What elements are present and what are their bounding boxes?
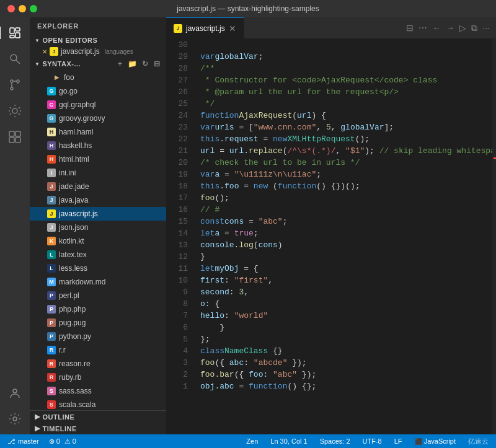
code-editor[interactable]: var globalVar; /** * Constructor for <co… bbox=[194, 39, 492, 434]
tab-close-button[interactable]: ✕ bbox=[229, 24, 236, 33]
line-num: 14 bbox=[166, 227, 188, 239]
file-item[interactable]: J json.json bbox=[30, 221, 166, 234]
file-item[interactable]: M markdown.md bbox=[30, 275, 166, 289]
file-item-active[interactable]: J javascript.js bbox=[30, 207, 166, 221]
code-line: hello: "world" bbox=[200, 310, 492, 322]
file-icon-haskell: H bbox=[47, 141, 56, 150]
more-tabs-icon[interactable]: ··· bbox=[481, 22, 491, 34]
split-editor-icon[interactable]: ⊟ bbox=[405, 22, 415, 34]
file-icon-js: J bbox=[50, 47, 58, 56]
line-num: 24 bbox=[166, 110, 188, 121]
indentation[interactable]: Spaces: 2 bbox=[317, 437, 353, 445]
activity-git[interactable] bbox=[4, 74, 25, 95]
file-list: G go.go G gql.graphql G groovy.groovy H … bbox=[30, 84, 166, 410]
file-name: pug.pug bbox=[59, 318, 86, 327]
line-ending[interactable]: LF bbox=[392, 437, 405, 445]
new-file-icon[interactable]: + bbox=[117, 59, 124, 69]
file-item[interactable]: H haml.haml bbox=[30, 125, 166, 139]
file-item[interactable]: P php.php bbox=[30, 302, 166, 316]
file-item[interactable]: P perl.pl bbox=[30, 289, 166, 302]
activity-debug[interactable] bbox=[4, 100, 25, 121]
file-item[interactable]: H haskell.hs bbox=[30, 139, 166, 152]
timeline-section[interactable]: ▶ TIMELINE bbox=[30, 423, 166, 434]
file-item[interactable]: L latex.tex bbox=[30, 248, 166, 261]
folder-actions: + 📁 ↻ ⊟ bbox=[117, 59, 161, 69]
activity-settings[interactable] bbox=[4, 408, 25, 429]
activity-explorer[interactable] bbox=[4, 22, 25, 43]
more-actions-icon[interactable]: ⋯ bbox=[417, 22, 428, 34]
split-right-icon[interactable]: ⧉ bbox=[470, 22, 479, 35]
file-icon-jade: J bbox=[47, 182, 56, 191]
activity-search[interactable] bbox=[4, 48, 25, 69]
toggle-panel-icon[interactable]: ▷ bbox=[458, 22, 467, 34]
editor-content[interactable]: 30 29 28 27 26 25 24 23 22 21 20 19 18 1… bbox=[166, 39, 496, 434]
line-num: 28 bbox=[166, 63, 188, 74]
folder-name: foo bbox=[64, 73, 74, 82]
encoding[interactable]: UTF-8 bbox=[360, 437, 384, 445]
sidebar-bottom: ▶ OUTLINE ▶ TIMELINE bbox=[30, 410, 166, 434]
folder-foo[interactable]: ▶ foo bbox=[30, 71, 166, 84]
file-icon-python: P bbox=[47, 332, 56, 341]
zen-mode[interactable]: Zen bbox=[244, 437, 260, 445]
collapse-icon[interactable]: ⊟ bbox=[153, 59, 162, 69]
file-item[interactable]: G gql.graphql bbox=[30, 98, 166, 112]
close-button[interactable] bbox=[7, 5, 15, 12]
minimize-button[interactable] bbox=[19, 5, 26, 12]
file-item[interactable]: R reason.re bbox=[30, 357, 166, 371]
open-editor-item[interactable]: ✕ J javascript.js languages bbox=[30, 46, 166, 57]
file-item[interactable]: L less.less bbox=[30, 261, 166, 275]
nav-back-icon[interactable]: ← bbox=[431, 22, 442, 34]
outline-section[interactable]: ▶ OUTLINE bbox=[30, 411, 166, 423]
error-count[interactable]: ⊗ 0 ⚠ 0 bbox=[46, 437, 79, 446]
file-item[interactable]: R r.r bbox=[30, 343, 166, 357]
file-item[interactable]: S sass.sass bbox=[30, 384, 166, 398]
language-mode[interactable]: ⬛ JavaScript bbox=[412, 437, 458, 445]
file-item[interactable]: G go.go bbox=[30, 84, 166, 98]
line-num: 10 bbox=[166, 275, 188, 286]
code-line: this.request = new XMLHttpRequest(); bbox=[200, 133, 492, 145]
file-item[interactable]: G groovy.groovy bbox=[30, 112, 166, 125]
code-line: * @param url the url for the request<p/> bbox=[200, 86, 492, 98]
code-line: var urls = ["www.cnn.com", 5, globalVar]… bbox=[200, 121, 492, 133]
activity-extensions[interactable] bbox=[4, 126, 25, 147]
git-branch[interactable]: ⎇ master bbox=[5, 437, 42, 446]
svg-rect-0 bbox=[10, 28, 14, 33]
file-icon-kotlin: K bbox=[47, 237, 56, 245]
line-num: 17 bbox=[166, 192, 188, 204]
cursor-position[interactable]: Ln 30, Col 1 bbox=[268, 437, 309, 445]
file-item[interactable]: K kotlin.kt bbox=[30, 234, 166, 248]
window-controls bbox=[7, 5, 37, 12]
tab-javascript[interactable]: J javascript.js ✕ bbox=[166, 17, 244, 38]
file-item[interactable]: J jade.jade bbox=[30, 180, 166, 193]
file-item[interactable]: I ini.ini bbox=[30, 166, 166, 180]
nav-forward-icon[interactable]: → bbox=[445, 22, 456, 34]
open-editors-section[interactable]: ▼ Open Editors bbox=[30, 35, 166, 46]
mini-map[interactable] bbox=[492, 39, 496, 434]
new-folder-icon[interactable]: 📁 bbox=[126, 59, 139, 69]
maximize-button[interactable] bbox=[30, 5, 37, 12]
file-item[interactable]: P pug.pug bbox=[30, 316, 166, 330]
code-line: foo.bar({ foo: "abc" }); bbox=[200, 369, 492, 380]
file-icon-pug: P bbox=[47, 318, 56, 327]
code-line: obj.abc = function() {}; bbox=[200, 380, 492, 392]
file-name: latex.tex bbox=[59, 250, 87, 259]
code-line: const cons = "abc"; bbox=[200, 216, 492, 227]
file-icon-graphql: G bbox=[47, 100, 56, 109]
watermark: 亿速云 bbox=[466, 437, 491, 446]
code-line: */ bbox=[200, 98, 492, 110]
file-item[interactable]: S scala.scala bbox=[30, 398, 166, 410]
refresh-icon[interactable]: ↻ bbox=[141, 59, 150, 69]
code-line: /** bbox=[200, 63, 492, 74]
file-item[interactable]: J java.java bbox=[30, 193, 166, 207]
activity-account[interactable] bbox=[4, 382, 25, 403]
tab-filename: javascript.js bbox=[186, 24, 225, 33]
line-num: 6 bbox=[166, 322, 188, 333]
line-num: 20 bbox=[166, 157, 188, 169]
syntax-folder-section[interactable]: ▼ SYNTAX-... + 📁 ↻ ⊟ bbox=[30, 57, 166, 71]
file-item[interactable]: R ruby.rb bbox=[30, 371, 166, 384]
file-item[interactable]: H html.html bbox=[30, 152, 166, 166]
file-name: ini.ini bbox=[59, 169, 76, 177]
file-item[interactable]: P python.py bbox=[30, 330, 166, 343]
timeline-chevron: ▶ bbox=[35, 424, 40, 433]
line-num: 4 bbox=[166, 345, 188, 357]
